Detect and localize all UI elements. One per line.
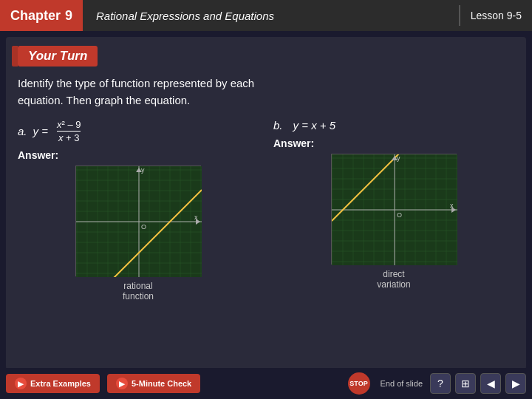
part-b-answer-label: Answer: xyxy=(273,137,514,149)
extra-examples-button[interactable]: ▶ Extra Examples xyxy=(6,374,100,393)
two-col-layout: a. y = x² – 9 x + 3 Answer: rationalfunc… xyxy=(18,119,514,301)
nav-home-button[interactable]: ⊞ xyxy=(455,373,476,394)
part-b-graph-label: directvariation xyxy=(377,269,410,290)
part-a-label: a. xyxy=(18,125,27,137)
header: Chapter 9 Rational Expressions and Equat… xyxy=(0,0,532,31)
problem-line1: Identify the type of function represente… xyxy=(18,77,254,89)
part-b-canvas xyxy=(332,154,457,265)
end-of-slide-label: End of slide xyxy=(381,379,423,388)
part-a-numerator: x² – 9 xyxy=(57,119,81,132)
part-a-equation: a. y = x² – 9 x + 3 xyxy=(18,119,259,143)
header-title: Rational Expressions and Equations xyxy=(83,10,459,22)
part-b-label: b. xyxy=(273,119,283,132)
main-content: Your Turn Identify the type of function … xyxy=(6,37,526,369)
lesson-badge: Lesson 9-5 xyxy=(459,5,532,26)
five-minute-check-button[interactable]: ▶ 5-Minute Check xyxy=(107,374,200,393)
problem-text: Identify the type of function represente… xyxy=(18,75,514,109)
part-b-equation: b. y = x + 5 xyxy=(273,119,514,132)
part-a-denominator: x + 3 xyxy=(58,132,80,143)
chapter-number: 9 xyxy=(65,8,72,24)
five-minute-check-icon: ▶ xyxy=(116,378,128,389)
part-b-col: b. y = x + 5 Answer: directvariation xyxy=(273,119,514,301)
part-a-graph xyxy=(75,166,201,276)
part-a-canvas xyxy=(76,166,202,277)
help-button[interactable]: ? xyxy=(430,373,451,394)
part-b-eq-text: y = x + 5 xyxy=(293,119,336,132)
part-b-graph xyxy=(331,154,457,265)
part-a-answer-label: Answer: xyxy=(18,149,259,161)
stop-badge: STOP xyxy=(348,372,370,395)
chapter-label: Chapter xyxy=(10,8,61,24)
chapter-badge: Chapter 9 xyxy=(0,0,83,31)
nav-icons: ? ⊞ ◀ ▶ xyxy=(430,373,526,394)
bottom-bar: ▶ Extra Examples ▶ 5-Minute Check STOP E… xyxy=(0,368,532,399)
part-a-col: a. y = x² – 9 x + 3 Answer: rationalfunc… xyxy=(18,119,259,301)
part-a-graph-label: rationalfunction xyxy=(123,281,154,301)
problem-line2: equation. Then graph the equation. xyxy=(18,94,190,106)
part-a-y-eq: y = xyxy=(33,125,48,137)
extra-examples-icon: ▶ xyxy=(15,378,27,389)
extra-examples-label: Extra Examples xyxy=(30,379,91,388)
nav-next-button[interactable]: ▶ xyxy=(505,373,526,394)
part-a-graph-container: rationalfunction xyxy=(18,166,259,301)
your-turn-banner: Your Turn xyxy=(18,46,98,66)
part-a-fraction: x² – 9 x + 3 xyxy=(57,119,81,143)
five-minute-check-label: 5-Minute Check xyxy=(132,379,191,388)
part-b-graph-container: directvariation xyxy=(273,154,514,290)
nav-prev-button[interactable]: ◀ xyxy=(480,373,501,394)
